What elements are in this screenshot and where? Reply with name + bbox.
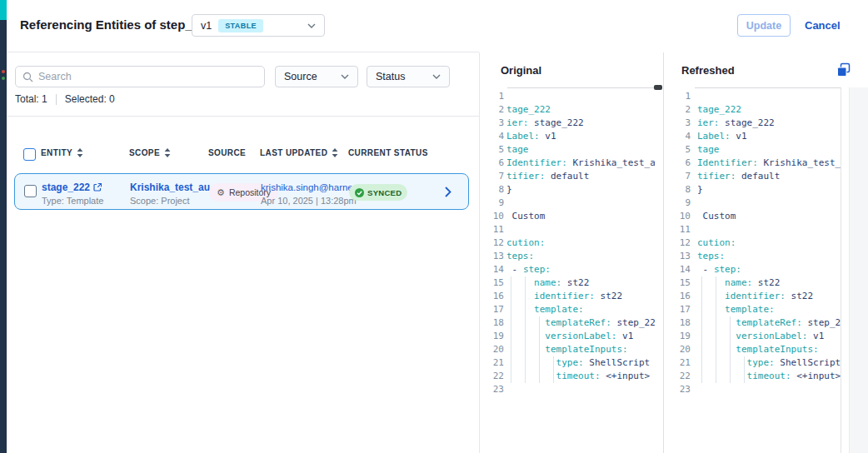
selected-count: Selected: 0	[65, 93, 115, 105]
line-number: 17	[667, 303, 691, 316]
code-line: 16 identifier: st22	[480, 290, 655, 303]
code-text: tage_222	[697, 103, 841, 117]
refreshed-header-rule	[695, 87, 841, 88]
line-number: 16	[480, 290, 504, 303]
code-text	[506, 197, 655, 210]
code-text: Identifier: Krishika_test_aut	[506, 157, 655, 170]
refreshed-panel-edge	[841, 87, 841, 453]
line-number: 22	[667, 370, 691, 383]
line-number: 20	[480, 343, 504, 356]
code-line: 17 template:	[480, 303, 655, 316]
code-line: 17 template:	[667, 303, 841, 316]
copy-icon[interactable]	[836, 62, 851, 77]
code-text: ier: stage_222	[506, 117, 655, 130]
line-number: 8	[667, 183, 691, 197]
search-box[interactable]	[15, 66, 265, 87]
line-number: 20	[667, 343, 691, 356]
code-line: 5tage	[480, 143, 655, 157]
column-header-scope[interactable]: SCOPE	[129, 148, 171, 157]
code-line: 7tifier: default	[480, 170, 655, 183]
code-line: 6Identifier: Krishika_test_aut	[667, 157, 841, 170]
code-text: tifier: default	[506, 170, 655, 183]
original-panel-title: Original	[501, 64, 541, 77]
entity-link[interactable]: stage_222	[42, 182, 102, 193]
code-line: 22 timeout: <+input>	[480, 370, 655, 383]
page-title: Referencing Entities of step_222	[20, 17, 213, 32]
line-number: 6	[667, 157, 691, 170]
line-number: 10	[667, 210, 691, 223]
panel-divider	[663, 52, 664, 453]
code-text	[697, 90, 841, 103]
indent-guides	[697, 343, 740, 356]
original-header-rule	[507, 87, 655, 88]
summary-separator	[56, 94, 57, 105]
refreshed-code-panel[interactable]: 12tage_2223ier: stage_2224Label: v15tage…	[667, 90, 841, 453]
code-text: templateInputs:	[506, 343, 655, 356]
line-number: 11	[667, 223, 691, 236]
line-number: 11	[480, 223, 504, 236]
line-number: 5	[667, 143, 691, 157]
code-line: 4Label: v1	[667, 130, 841, 143]
line-number: 9	[480, 197, 504, 210]
code-text	[506, 383, 655, 396]
indent-guides	[697, 330, 740, 343]
referencing-entities-modal: Referencing Entities of step_222 v1 STAB…	[0, 0, 868, 453]
code-text: tage_222	[506, 103, 655, 117]
code-text: versionLabel: v1	[697, 330, 841, 343]
line-number: 4	[480, 130, 504, 143]
code-line: 19 versionLabel: v1	[480, 330, 655, 343]
line-number: 1	[667, 90, 691, 103]
diff-view: Original Refreshed 12tage_2223ier: stage…	[479, 52, 868, 453]
code-line: 1	[667, 90, 841, 103]
scrollbar-thumb[interactable]	[654, 85, 662, 90]
indent-guides	[506, 370, 563, 383]
code-line: 18 templateRef: step_222	[667, 316, 841, 330]
update-button[interactable]: Update	[737, 14, 791, 37]
original-code-panel[interactable]: 12tage_2223ier: stage_2224Label: v15tage…	[480, 90, 655, 453]
code-line: 23	[667, 383, 841, 396]
status-filter-dropdown[interactable]: Status	[367, 66, 450, 87]
table-row[interactable]: stage_222 Type: Template Krishika_test_a…	[14, 173, 469, 210]
line-number: 21	[480, 356, 504, 370]
code-line: 14 - step:	[480, 263, 655, 276]
header-divider	[7, 52, 479, 52]
code-line: 10 Custom	[480, 210, 655, 223]
code-text: cution:	[697, 236, 841, 250]
code-line: 9	[480, 197, 655, 210]
search-input[interactable]	[38, 71, 257, 82]
indent-guides	[506, 356, 563, 370]
code-line: 4Label: v1	[480, 130, 655, 143]
sort-icon[interactable]	[164, 148, 171, 157]
line-number: 18	[667, 316, 691, 330]
line-number: 17	[480, 303, 504, 316]
cancel-button[interactable]: Cancel	[805, 19, 841, 32]
code-text	[506, 90, 655, 103]
source-filter-dropdown[interactable]: Source	[275, 66, 358, 87]
sort-icon[interactable]	[77, 148, 83, 157]
code-line: 7tifier: default	[667, 170, 841, 183]
stable-badge: STABLE	[218, 19, 263, 32]
chevron-down-icon	[341, 74, 349, 79]
code-line: 5tage	[667, 143, 841, 157]
page-edge-accent	[0, 0, 7, 20]
row-checkbox[interactable]	[24, 185, 37, 197]
line-number: 10	[480, 210, 504, 223]
code-line: 14 - step:	[667, 263, 841, 276]
select-all-checkbox[interactable]	[23, 148, 36, 161]
version-select[interactable]: v1 STABLE	[192, 14, 325, 37]
column-header-entity[interactable]: ENTITY	[41, 148, 83, 157]
indent-guides	[697, 356, 754, 370]
code-line: 15 name: st22	[667, 276, 841, 290]
code-text: timeout: <+input>	[506, 370, 655, 383]
code-text: }	[697, 183, 841, 197]
row-chevron-right-icon[interactable]	[445, 187, 451, 197]
code-text: template:	[697, 303, 841, 316]
code-text: identifier: st22	[697, 290, 841, 303]
code-text: type: ShellScript	[506, 356, 655, 370]
page-edge-strip	[0, 0, 7, 453]
sort-icon[interactable]	[332, 148, 338, 157]
line-number: 2	[667, 103, 691, 117]
column-header-last-updated[interactable]: LAST UPDATED	[260, 148, 338, 157]
line-number: 6	[480, 157, 504, 170]
line-number: 22	[480, 370, 504, 383]
